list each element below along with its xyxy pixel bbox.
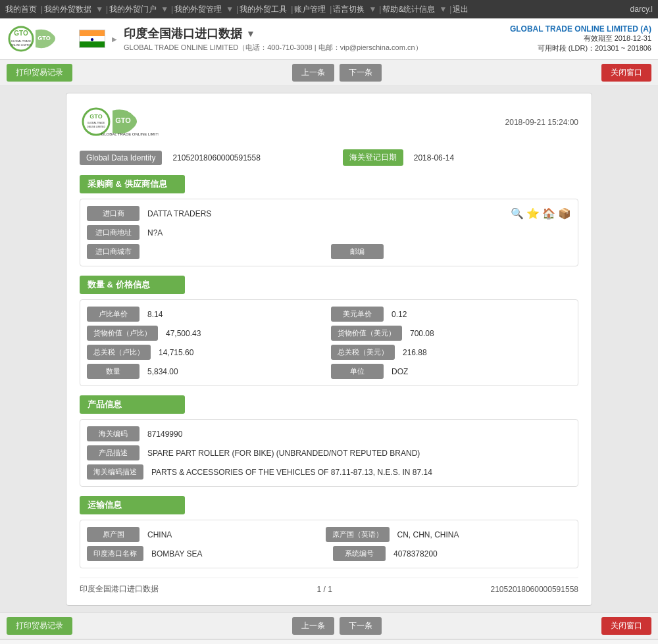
unit-price-inr-label: 卢比单价 [87, 307, 139, 322]
search-icon[interactable]: 🔍 [511, 207, 524, 220]
unit-price-usd-label: 美元单价 [331, 307, 384, 322]
importer-address-label: 进口商地址 [87, 225, 139, 240]
importer-label: 进口商 [87, 206, 139, 221]
importer-icons: 🔍 ⭐ 🏠 📦 [511, 207, 571, 220]
print-button-bottom[interactable]: 打印贸易记录 [7, 617, 72, 635]
svg-text:ONLINE LIMITED: ONLINE LIMITED [87, 126, 105, 128]
ldr-range: 可用时段 (LDR)：201301 ~ 201806 [510, 43, 651, 53]
identity-row: Global Data Identity 2105201806000059155… [80, 149, 578, 166]
next-button-bottom[interactable]: 下一条 [340, 617, 382, 635]
nav-tools[interactable]: 我的外贸工具 [240, 4, 287, 15]
star-icon[interactable]: ⭐ [526, 207, 540, 220]
svg-text:GLOBAL TRADE: GLOBAL TRADE [88, 122, 105, 124]
unit-price-usd-value: 0.12 [388, 307, 571, 322]
quantity-row: 数量 5,834.00 单位 DOZ [87, 364, 571, 379]
unit-price-row: 卢比单价 8.14 美元单价 0.12 [87, 307, 571, 322]
svg-text:GLOBAL TRADE: GLOBAL TRADE [11, 39, 32, 43]
global-data-identity-value: 21052018060000591558 [167, 151, 337, 165]
buyer-supplier-body: 进口商 DATTA TRADERS 🔍 ⭐ 🏠 📦 进口商地址 N?A 进口商城… [80, 199, 578, 266]
cargo-value-inr-value: 47,500.43 [162, 326, 327, 341]
total-duty-inr-value: 14,715.60 [155, 345, 327, 360]
india-flag [79, 30, 105, 48]
mail-icon[interactable]: 📦 [558, 207, 571, 220]
buyer-supplier-section: 采购商 & 供应商信息 进口商 DATTA TRADERS 🔍 ⭐ 🏠 📦 进口… [80, 175, 578, 266]
company-name: GLOBAL TRADE ONLINE LIMITED (A) [510, 24, 651, 34]
system-code-label: 系统编号 [333, 546, 386, 561]
india-port-value: BOMBAY SEA [147, 547, 329, 561]
svg-text:GTO: GTO [89, 113, 102, 120]
unit-label: 单位 [331, 364, 384, 379]
system-code-value: 4078378200 [390, 547, 571, 561]
svg-text:GLOBAL TRADE ONLINE LIMITED: GLOBAL TRADE ONLINE LIMITED [101, 132, 159, 136]
nav-logout[interactable]: 退出 [453, 4, 468, 15]
bottom-toolbar: 打印贸易记录 上一条 下一条 关闭窗口 [0, 612, 658, 639]
postcode-label: 邮编 [331, 244, 384, 259]
importer-city-row: 进口商城市 邮编 [87, 244, 571, 259]
postcode-value [388, 249, 571, 255]
record-datetime: 2018-09-21 15:24:00 [505, 118, 578, 127]
top-toolbar: 打印贸易记录 上一条 下一条 关闭窗口 [0, 60, 658, 86]
svg-text:GTO: GTO [115, 116, 131, 124]
flag-arrow: ▶ [112, 36, 117, 43]
main-content: GTO GLOBAL TRADE ONLINE LIMITED GTO GLOB… [0, 86, 658, 612]
page-footer: 苏ICP备14033305号 Company Website | Global … [0, 639, 658, 644]
hs-code-desc-value: PARTS & ACCESSORIES OF THE VEHICLES OF 8… [147, 465, 571, 480]
product-header: 产品信息 [80, 395, 185, 414]
product-desc-row: 产品描述 SPARE PART ROLLER (FOR BIKE) (UNBRA… [87, 445, 571, 460]
next-button-top[interactable]: 下一条 [340, 64, 382, 82]
importer-city-label: 进口商城市 [87, 244, 139, 259]
unit-price-inr-value: 8.14 [143, 307, 327, 322]
quantity-price-header: 数量 & 价格信息 [80, 276, 185, 294]
india-port-label: 印度港口名称 [87, 546, 143, 561]
buyer-supplier-header: 采购商 & 供应商信息 [80, 175, 185, 193]
customs-date-label: 海关登记日期 [343, 149, 403, 166]
product-section: 产品信息 海关编码 87149990 产品描述 SPARE PART ROLLE… [80, 395, 578, 487]
nav-management[interactable]: 我的外贸管理 [174, 4, 222, 15]
nav-help[interactable]: 帮助&统计信息 [382, 4, 435, 15]
nav-trade-data[interactable]: 我的外贸数据 [44, 4, 91, 15]
close-button-top[interactable]: 关闭窗口 [601, 64, 651, 82]
total-duty-usd-value: 216.88 [399, 345, 571, 360]
transport-header: 运输信息 [80, 496, 185, 514]
logo: GTO GLOBAL TRADE ONLINE LIMITED GTO [7, 22, 72, 55]
close-button-bottom[interactable]: 关闭窗口 [601, 617, 651, 635]
hs-code-label: 海关编码 [87, 426, 139, 441]
page-title: 印度全国港口进口数据 ▼ [124, 26, 422, 41]
importer-row: 进口商 DATTA TRADERS 🔍 ⭐ 🏠 📦 [87, 206, 571, 221]
cargo-value-usd-value: 700.08 [406, 326, 571, 341]
total-duty-usd-label: 总关税（美元） [331, 345, 395, 360]
product-desc-label: 产品描述 [87, 445, 139, 460]
nav-account[interactable]: 账户管理 [294, 4, 326, 15]
footer-left: 印度全国港口进口数据 [80, 583, 159, 595]
prev-button-top[interactable]: 上一条 [292, 64, 334, 82]
product-desc-value: SPARE PART ROLLER (FOR BIKE) (UNBRANDED/… [143, 446, 571, 460]
footer-right: 21052018060000591558 [491, 585, 578, 594]
validity-date: 有效期至 2018-12-31 [510, 34, 651, 43]
product-body: 海关编码 87149990 产品描述 SPARE PART ROLLER (FO… [80, 419, 578, 487]
unit-value: DOZ [388, 364, 571, 379]
username: darcy.l [630, 5, 653, 14]
hs-code-desc-label: 海关编码描述 [87, 464, 143, 480]
prev-button-bottom[interactable]: 上一条 [292, 617, 334, 635]
record-footer: 印度全国港口进口数据 1 / 1 21052018060000591558 [80, 578, 578, 595]
header-subtitle: GLOBAL TRADE ONLINE LIMITED（电话：400-710-3… [124, 43, 422, 53]
hs-code-desc-row: 海关编码描述 PARTS & ACCESSORIES OF THE VEHICL… [87, 464, 571, 480]
transport-section: 运输信息 原产国 CHINA 原产国（英语） CN, CHN, CHINA 印度… [80, 496, 578, 568]
cargo-value-row: 货物价值（卢比） 47,500.43 货物价值（美元） 700.08 [87, 326, 571, 341]
importer-city-value [143, 249, 327, 255]
title-dropdown-icon[interactable]: ▼ [246, 28, 255, 39]
customs-date-value: 2018-06-14 [409, 151, 578, 165]
print-button-top[interactable]: 打印贸易记录 [7, 64, 72, 82]
transport-body: 原产国 CHINA 原产国（英语） CN, CHN, CHINA 印度港口名称 … [80, 520, 578, 568]
india-port-row: 印度港口名称 BOMBAY SEA 系统编号 4078378200 [87, 546, 571, 561]
header-title-area: 印度全国港口进口数据 ▼ GLOBAL TRADE ONLINE LIMITED… [124, 26, 422, 53]
nav-language[interactable]: 语言切换 [333, 4, 365, 15]
page-header: GTO GLOBAL TRADE ONLINE LIMITED GTO ▶ 印度… [0, 18, 658, 60]
svg-text:GTO: GTO [14, 30, 28, 37]
nav-portal[interactable]: 我的外贸门户 [109, 4, 157, 15]
origin-country-en-value: CN, CHN, CHINA [393, 528, 572, 542]
nav-home[interactable]: 我的首页 [5, 4, 37, 15]
origin-country-value: CHINA [143, 528, 322, 542]
quantity-price-section: 数量 & 价格信息 卢比单价 8.14 美元单价 0.12 货物价值（卢比） 4… [80, 276, 578, 386]
home-icon[interactable]: 🏠 [542, 207, 555, 220]
